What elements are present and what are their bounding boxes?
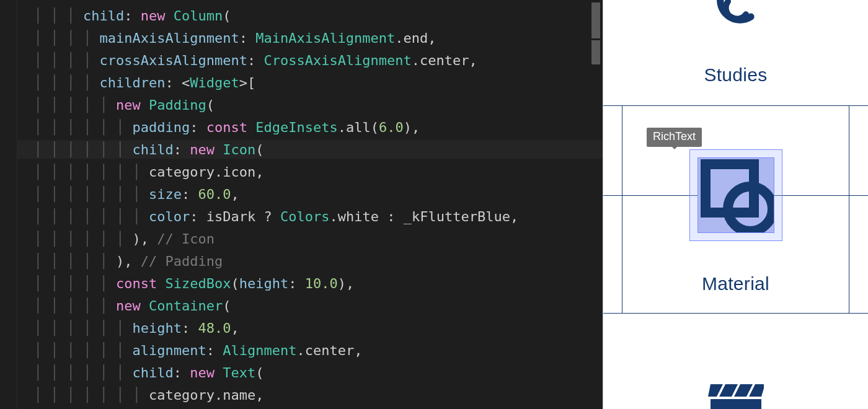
studies-label: Studies <box>704 64 767 86</box>
inspector-selection[interactable] <box>689 149 782 241</box>
inspector-tooltip: RichText <box>647 128 702 147</box>
grid-line <box>849 106 849 313</box>
editor-gutter <box>0 0 17 409</box>
svg-rect-2 <box>711 399 761 409</box>
material-label: Material <box>702 273 769 294</box>
code-editor[interactable]: │ │ │ child: new Column( │ │ │ │ mainAxi… <box>0 0 603 409</box>
studies-icon <box>711 0 761 27</box>
material-icon <box>698 157 774 233</box>
grid-line <box>622 106 622 313</box>
code-text[interactable]: │ │ │ child: new Column( │ │ │ │ mainAxi… <box>17 5 603 407</box>
cupertino-icon <box>708 382 764 409</box>
app-preview[interactable]: Studies RichText Material <box>603 0 868 409</box>
scrollbar-thumb[interactable] <box>591 2 600 38</box>
material-cell[interactable]: RichText Material <box>603 105 868 314</box>
vertical-scrollbar[interactable] <box>591 2 600 64</box>
scrollbar-thumb[interactable] <box>591 40 600 64</box>
